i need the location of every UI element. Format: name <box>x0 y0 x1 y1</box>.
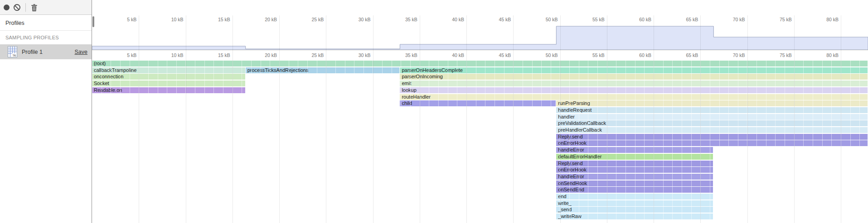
allocation-overview-pane[interactable]: 5 kB10 kB15 kB20 kB25 kB30 kB35 kB40 kB4… <box>92 15 868 50</box>
axis-tick-label: 45 kB <box>499 52 511 58</box>
axis-tick-label: 40 kB <box>452 52 464 58</box>
axis-tick-label: 10 kB <box>171 17 184 22</box>
sidebar-title: Profiles <box>0 15 92 26</box>
flame-bar-handleError[interactable]: handleError <box>556 147 713 153</box>
allocation-flame-chart: 5 kB10 kB15 kB20 kB25 kB30 kB35 kB40 kB4… <box>92 0 868 223</box>
axis-tick-label: 55 kB <box>592 52 605 58</box>
flame-bar-onErrorHook[interactable]: onErrorHook <box>556 140 868 146</box>
flame-bar-_send[interactable]: _send <box>556 207 713 213</box>
axis-tick-label: 70 kB <box>733 52 745 58</box>
overview-ruler: 5 kB10 kB15 kB20 kB25 kB30 kB35 kB40 kB4… <box>92 17 868 23</box>
flame-bar-processTicksAndRejections[interactable]: processTicksAndRejections <box>246 67 400 73</box>
axis-tick-label: 60 kB <box>639 52 651 58</box>
flame-bar-defaultErrorHandler[interactable]: defaultErrorHandler <box>556 154 713 160</box>
axis-tick-label: 5 kB <box>127 52 136 58</box>
vertical-scrollbar-thumb[interactable] <box>92 16 94 27</box>
memory-profiler-panel: Chart ▼ Profiles SAMPLING PROFILES % Pro… <box>0 0 868 223</box>
axis-tick-label: 20 kB <box>265 52 277 58</box>
sampling-profiles-heading: SAMPLING PROFILES <box>0 31 92 40</box>
axis-tick-label: 65 kB <box>686 17 698 22</box>
flame-bar-preValidationCallback[interactable]: preValidationCallback <box>556 120 868 126</box>
profile-document-icon: % <box>8 46 17 57</box>
axis-tick-label: 25 kB <box>311 52 324 58</box>
axis-tick-label: 15 kB <box>218 17 230 22</box>
toolbar-separator <box>25 3 26 12</box>
profile-name: Profile 1 <box>22 49 43 55</box>
flame-bar-onSendHook[interactable]: onSendHook <box>556 180 713 186</box>
axis-tick-label: 30 kB <box>359 17 371 22</box>
axis-tick-label: 25 kB <box>311 17 324 22</box>
flame-bar-handleError[interactable]: handleError <box>556 174 713 180</box>
axis-tick-label: 20 kB <box>265 17 277 22</box>
flame-bar-routeHandler[interactable]: routeHandler <box>400 94 868 100</box>
save-link[interactable]: Save <box>75 49 88 55</box>
sidebar-resize-divider[interactable] <box>92 0 92 223</box>
flame-bar-onconnection[interactable]: onconnection <box>92 74 245 80</box>
axis-tick-label: 50 kB <box>546 52 558 58</box>
axis-tick-label: 60 kB <box>639 17 651 22</box>
flame-bar-Socket[interactable]: Socket <box>92 81 245 86</box>
axis-tick-label: 40 kB <box>452 17 464 22</box>
flame-bar-handleRequest[interactable]: handleRequest <box>556 107 868 113</box>
flame-chart-ruler: 5 kB10 kB15 kB20 kB25 kB30 kB35 kB40 kB4… <box>92 51 868 61</box>
axis-tick-label: 35 kB <box>405 17 417 22</box>
record-icon[interactable] <box>4 5 10 10</box>
flame-bar-lookup[interactable]: lookup <box>400 87 868 93</box>
axis-tick-label: 5 kB <box>127 17 136 22</box>
flame-bar-Reply.send[interactable]: Reply.send <box>556 161 713 166</box>
axis-tick-label: 70 kB <box>733 17 745 22</box>
axis-tick-label: 80 kB <box>826 52 839 58</box>
flame-bar-handler[interactable]: handler <box>556 114 868 120</box>
flame-bar-(root)[interactable]: (root) <box>92 61 868 66</box>
flame-bar-callbackTrampoline[interactable]: callbackTrampoline <box>92 67 245 73</box>
flame-bar-write_[interactable]: write_ <box>556 200 713 206</box>
axis-tick-label: 45 kB <box>499 17 511 22</box>
axis-tick-label: 75 kB <box>780 17 792 22</box>
trash-icon[interactable] <box>31 4 38 11</box>
axis-tick-label: 65 kB <box>686 52 698 58</box>
axis-tick-label: 10 kB <box>171 52 184 58</box>
axis-tick-label: 75 kB <box>780 52 792 58</box>
flame-chart-rows: (root)callbackTrampolineprocessTicksAndR… <box>92 61 868 223</box>
flame-bar-onErrorHook[interactable]: onErrorHook <box>556 167 713 173</box>
axis-tick-label: 30 kB <box>359 52 371 58</box>
flame-bar-emit[interactable]: emit <box>400 81 868 86</box>
flame-bar-preHandlerCallback[interactable]: preHandlerCallback <box>556 127 868 133</box>
flame-bar-_writeRaw[interactable]: _writeRaw <box>556 214 713 219</box>
axis-tick-label: 80 kB <box>826 17 839 22</box>
svg-text:%: % <box>13 53 16 57</box>
clear-all-icon[interactable] <box>14 4 20 11</box>
flame-bar-Reply.send[interactable]: Reply.send <box>556 134 868 140</box>
flame-bar-child[interactable]: child <box>400 100 556 106</box>
flame-bar-Readable.on[interactable]: Readable.on <box>92 87 245 93</box>
axis-tick-label: 55 kB <box>592 17 605 22</box>
sidebar-item-profile-1[interactable]: % Profile 1 Save <box>0 44 92 59</box>
axis-tick-label: 50 kB <box>546 17 558 22</box>
axis-tick-label: 35 kB <box>405 52 417 58</box>
flame-bar-parserOnIncoming[interactable]: parserOnIncoming <box>400 74 868 80</box>
flame-bar-parserOnHeadersComplete[interactable]: parserOnHeadersComplete <box>400 67 868 73</box>
flame-bar-onSendEnd[interactable]: onSendEnd <box>556 187 713 193</box>
profiles-sidebar: Profiles SAMPLING PROFILES % Profile 1 S… <box>0 15 92 223</box>
axis-tick-label: 15 kB <box>218 52 230 58</box>
flame-bar-runPreParsing[interactable]: runPreParsing <box>556 100 868 106</box>
flame-bar-end[interactable]: end <box>556 194 713 199</box>
